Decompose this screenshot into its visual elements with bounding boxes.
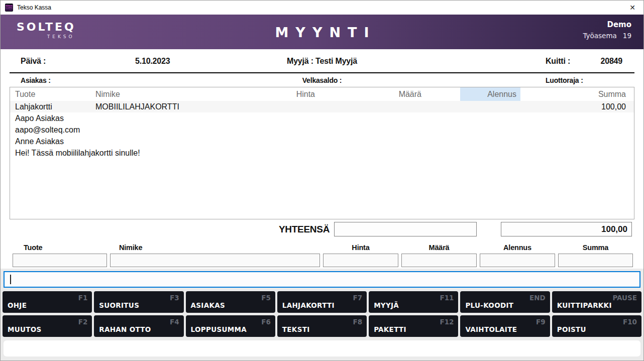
total-entry-input[interactable] [334, 222, 477, 236]
fkey-vaihtolaite[interactable]: VAIHTOLAITEF9 [460, 315, 550, 337]
fkey-shortcut: END [529, 294, 546, 302]
fkey-shortcut: F4 [170, 318, 179, 326]
entry-label-alennus: Alennus [480, 244, 555, 252]
entry-label-maara: Määrä [401, 244, 477, 252]
app-window: Tekso Kassa ✕ SOLTEQ TEKSO MYYNTI Demo T… [0, 0, 644, 361]
fkey-label: PLU-KOODIT [465, 301, 513, 309]
fkey-shortcut: F8 [353, 318, 363, 326]
fkey-label: LOPPUSUMMA [191, 325, 247, 333]
entry-input-summa[interactable] [558, 254, 633, 267]
date-label: Päivä : [21, 57, 46, 66]
customer-info-row: Asiakas : Velkasaldo : Luottoraja : [1, 73, 643, 86]
fkey-label: OHJE [8, 301, 27, 309]
solteq-logo: SOLTEQ TEKSO [17, 21, 76, 39]
entry-input-nimike[interactable] [110, 254, 320, 267]
column-header-tuote: Tuote [15, 87, 95, 101]
entry-field-hinta: Hinta [323, 244, 398, 267]
total-amount: 100,00 [501, 222, 632, 236]
workstation-number: 19 [623, 32, 631, 40]
alennus-highlight: Alennus [460, 87, 520, 101]
table-cell-tuote: Aapo Asiakas [15, 114, 95, 123]
customer-label: Asiakas : [21, 76, 51, 84]
fkey-ohje[interactable]: OHJEF1 [3, 291, 92, 313]
table-row[interactable]: Anne Asiakas [10, 136, 634, 147]
table-row[interactable]: aapo@solteq.com [10, 124, 634, 136]
table-row[interactable]: Hei! Tässä mobiililahjakortti sinulle! [10, 147, 634, 159]
table-cell-tuote: Lahjakortti [15, 102, 95, 111]
column-header-nimike: Nimike [95, 87, 286, 101]
entry-label-nimike: Nimike [110, 244, 320, 252]
fkey-teksti[interactable]: TEKSTIF8 [277, 315, 367, 337]
receipt-number: 20849 [601, 57, 623, 66]
entry-input-tuote[interactable] [13, 254, 107, 267]
fkey-shortcut: F6 [261, 318, 271, 326]
fkey-plu-koodit[interactable]: PLU-KOODITEND [460, 291, 550, 313]
column-header-hinta: Hinta [286, 87, 315, 101]
entry-field-maara: Määrä [401, 244, 477, 267]
main-area: Päivä : 5.10.2023 Myyjä : Testi Myyjä Ku… [1, 49, 643, 269]
status-strip [4, 340, 640, 356]
entry-label-tuote: Tuote [13, 244, 107, 252]
command-input[interactable] [5, 272, 639, 287]
fkey-loppusumma[interactable]: LOPPUSUMMAF6 [186, 315, 275, 337]
environment-name: Demo [583, 20, 631, 29]
table-cell-tuote: Hei! Tässä mobiililahjakortti sinulle! [15, 149, 95, 158]
app-header: SOLTEQ TEKSO MYYNTI Demo Työasema19 [1, 15, 643, 49]
table-row[interactable]: Aapo Asiakas [10, 112, 634, 124]
table-cell-tuote: aapo@solteq.com [15, 126, 95, 135]
fkey-label: KUITTIPARKKI [557, 301, 612, 309]
entry-field-alennus: Alennus [480, 244, 555, 267]
entry-input-maara[interactable] [401, 254, 477, 267]
fkey-label: LAHJAKORTTI [282, 301, 335, 309]
column-header-alennus: Alennus [421, 87, 520, 101]
sales-table-header: Tuote Nimike Hinta Määrä Alennus Summa [10, 87, 634, 101]
fkey-paketti[interactable]: PAKETTIF12 [369, 315, 458, 337]
fkey-rahan-otto[interactable]: RAHAN OTTOF4 [94, 315, 183, 337]
fkey-myyja[interactable]: MYYJÄF11 [369, 291, 458, 313]
titlebar: Tekso Kassa ✕ [1, 1, 643, 15]
seller-value: Myyjä : Testi Myyjä [287, 57, 357, 66]
close-button[interactable]: ✕ [621, 1, 643, 15]
total-label: YHTEENSÄ [279, 224, 330, 235]
column-header-summa: Summa [520, 87, 626, 101]
date-value: 5.10.2023 [135, 57, 170, 66]
receipt-info-row: Päivä : 5.10.2023 Myyjä : Testi Myyjä Ku… [1, 49, 643, 72]
entry-input-alennus[interactable] [480, 254, 555, 267]
workstation-label: Työasema [583, 32, 616, 40]
fkey-shortcut: F2 [78, 318, 88, 326]
entry-row: TuoteNimikeHintaMääräAlennusSumma [1, 244, 643, 267]
command-input-wrap [4, 271, 640, 288]
fkey-poistu[interactable]: POISTUF10 [552, 315, 641, 337]
fkey-shortcut: F12 [440, 318, 454, 326]
credit-label: Luottoraja : [546, 76, 583, 84]
fkey-label: MUUTOS [8, 325, 42, 333]
app-icon [5, 4, 13, 12]
text-caret [10, 275, 11, 284]
entry-field-summa: Summa [558, 244, 633, 267]
fkey-suoritus[interactable]: SUORITUSF3 [94, 291, 183, 313]
sales-table-body: LahjakorttiMOBIILILAHJAKORTTI100,00Aapo … [10, 101, 634, 159]
fkey-muutos[interactable]: MUUTOSF2 [3, 315, 92, 337]
fkey-shortcut: F11 [440, 294, 454, 302]
fkey-asiakas[interactable]: ASIAKASF5 [186, 291, 275, 313]
column-header-maara: Määrä [315, 87, 421, 101]
fkey-lahjakortti[interactable]: LAHJAKORTTIF7 [277, 291, 367, 313]
logo-primary: SOLTEQ [17, 21, 76, 33]
fkey-shortcut: F1 [78, 294, 88, 302]
fkey-label: VAIHTOLAITE [465, 325, 517, 333]
debt-label: Velkasaldo : [302, 76, 342, 84]
entry-field-nimike: Nimike [110, 244, 320, 267]
fkey-label: PAKETTI [374, 325, 406, 333]
entry-label-hinta: Hinta [323, 244, 398, 252]
lower-area: OHJEF1SUORITUSF3ASIAKASF5LAHJAKORTTIF7MY… [1, 269, 643, 360]
fkey-shortcut: F5 [261, 294, 271, 302]
fkey-kuittiparkki[interactable]: KUITTIPARKKIPAUSE [552, 291, 641, 313]
entry-input-hinta[interactable] [323, 254, 398, 267]
fkey-label: POISTU [557, 325, 586, 333]
page-title: MYYNTI [268, 24, 376, 40]
workstation-info: Työasema19 [583, 32, 631, 40]
entry-field-tuote: Tuote [13, 244, 107, 267]
table-cell-summa: 100,00 [520, 102, 626, 111]
table-row[interactable]: LahjakorttiMOBIILILAHJAKORTTI100,00 [10, 101, 634, 112]
fkey-label: ASIAKAS [191, 301, 225, 309]
